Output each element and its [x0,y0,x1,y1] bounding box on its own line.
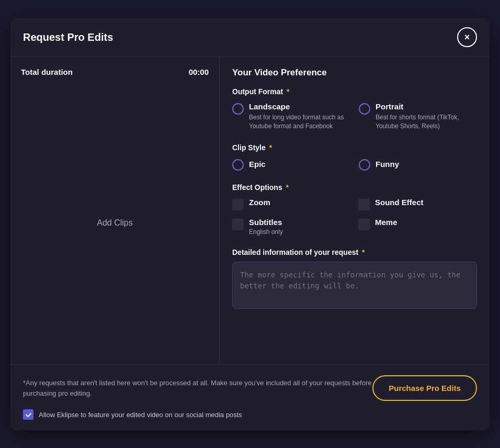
subtitles-checkbox[interactable] [232,219,244,230]
clip-style-funny[interactable]: Funny [359,158,477,171]
zoom-label: Zoom [249,198,270,207]
add-clips-area[interactable]: Add Clips [21,92,209,354]
sound-effect-checkbox[interactable] [358,199,370,210]
effect-sound-effect[interactable]: Sound Effect [358,198,477,210]
duration-label: Total duration [21,68,73,76]
duration-value: 00:00 [189,68,209,76]
left-panel: Total duration 00:00 Add Clips [10,57,220,364]
output-format-landscape[interactable]: Landscape Best for long video format suc… [232,102,350,131]
clip-style-label: Clip Style * [232,143,477,152]
effect-options-grid: Zoom Sound Effect Subtitles English only [232,198,477,236]
meme-label: Meme [375,218,397,227]
detailed-info-textarea[interactable] [232,262,477,309]
consent-checkbox[interactable] [23,409,33,420]
footer-top: *Any requests that aren't listed here wo… [23,375,477,401]
output-format-required: * [285,87,289,96]
landscape-radio[interactable] [232,103,244,115]
portrait-radio[interactable] [359,103,370,115]
duration-row: Total duration 00:00 [21,68,209,76]
effect-options-label: Effect Options * [232,183,477,192]
clip-style-required: * [267,143,272,152]
modal-header: Request Pro Edits × [10,18,490,57]
output-format-options: Landscape Best for long video format suc… [232,102,477,131]
subtitles-label: Subtitles [249,218,283,227]
effect-zoom[interactable]: Zoom [232,198,351,210]
modal-body: Total duration 00:00 Add Clips Your Vide… [10,57,490,365]
zoom-checkbox[interactable] [232,199,244,210]
purchase-button[interactable]: Purchase Pro Edits [372,375,477,401]
close-button[interactable]: × [457,27,477,47]
epic-radio[interactable] [232,159,244,171]
epic-label: Epic [249,160,266,169]
effect-options-required: * [284,183,289,192]
video-preference-title: Your Video Preference [232,68,477,78]
portrait-sub: Best for shorts format (TikTok, Youtube … [376,113,477,131]
detailed-info-label: Detailed information of your request * [232,248,477,256]
funny-label: Funny [376,160,399,169]
modal-title: Request Pro Edits [23,31,113,43]
portrait-label: Portrait [376,102,477,111]
clip-style-options: Epic Funny [232,158,477,171]
landscape-sub: Best for long video format such as Youtu… [249,113,350,131]
output-format-portrait[interactable]: Portrait Best for shorts format (TikTok,… [359,102,477,131]
consent-text: Allow Eklipse to feature your edited vid… [39,411,242,419]
add-clips-label: Add Clips [97,218,132,228]
modal-footer: *Any requests that aren't listed here wo… [10,365,490,430]
funny-radio[interactable] [359,159,370,171]
consent-row: Allow Eklipse to feature your edited vid… [23,409,477,420]
clip-style-epic[interactable]: Epic [232,158,350,171]
disclaimer-text: *Any requests that aren't listed here wo… [23,378,372,398]
detailed-info-required: * [360,248,365,256]
landscape-label: Landscape [249,102,350,111]
sound-effect-label: Sound Effect [375,198,424,207]
subtitles-sub: English only [249,228,283,236]
checkmark-icon [25,411,32,418]
meme-checkbox[interactable] [358,219,370,230]
output-format-label: Output Format * [232,87,477,96]
request-pro-edits-modal: Request Pro Edits × Total duration 00:00… [10,18,490,430]
effect-subtitles[interactable]: Subtitles English only [232,218,351,236]
right-panel: Your Video Preference Output Format * La… [220,57,490,364]
effect-meme[interactable]: Meme [358,218,477,236]
